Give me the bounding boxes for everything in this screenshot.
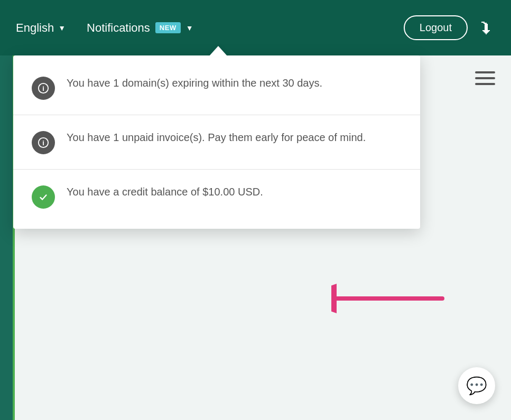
notification-item: You have a credit balance of $10.00 USD.: [13, 169, 420, 223]
svg-text:i: i: [42, 85, 44, 92]
notifications-label: Notifications: [87, 21, 150, 35]
notifications-chevron-icon: ▼: [186, 24, 193, 32]
exit-icon[interactable]: ⮯: [478, 18, 495, 38]
hamburger-menu[interactable]: [475, 71, 495, 85]
notifications-dropdown[interactable]: Notifications NEW ▼: [87, 21, 193, 35]
chat-icon: 💬: [466, 376, 487, 396]
notification-item: i You have 1 domain(s) expiring within t…: [13, 61, 420, 115]
chat-button[interactable]: 💬: [458, 367, 495, 404]
navbar: English ▼ Notifications NEW ▼ Logout ⮯: [0, 0, 511, 55]
hamburger-line-3: [475, 83, 495, 85]
notifications-panel: i You have 1 domain(s) expiring within t…: [13, 55, 420, 229]
notification-text-2: You have 1 unpaid invoice(s). Pay them e…: [67, 130, 366, 145]
nav-right: Logout ⮯: [404, 15, 495, 40]
hamburger-line-2: [475, 77, 495, 79]
svg-text:i: i: [42, 139, 44, 147]
notification-text-3: You have a credit balance of $10.00 USD.: [67, 184, 263, 200]
language-chevron-icon: ▼: [58, 24, 66, 32]
info-icon-1: i: [32, 77, 55, 100]
logout-button[interactable]: Logout: [404, 15, 468, 40]
notification-item: i You have 1 unpaid invoice(s). Pay them…: [13, 115, 420, 169]
sidebar-edge: [0, 55, 15, 420]
language-label: English: [16, 21, 54, 35]
hamburger-line-1: [475, 71, 495, 73]
new-badge: NEW: [155, 22, 181, 33]
nav-left: English ▼ Notifications NEW ▼: [16, 21, 193, 35]
success-icon: [32, 185, 55, 209]
language-selector[interactable]: English ▼: [16, 21, 66, 35]
notification-text-1: You have 1 domain(s) expiring within the…: [67, 76, 322, 91]
info-icon-2: i: [32, 131, 55, 154]
svg-point-4: [38, 191, 49, 203]
